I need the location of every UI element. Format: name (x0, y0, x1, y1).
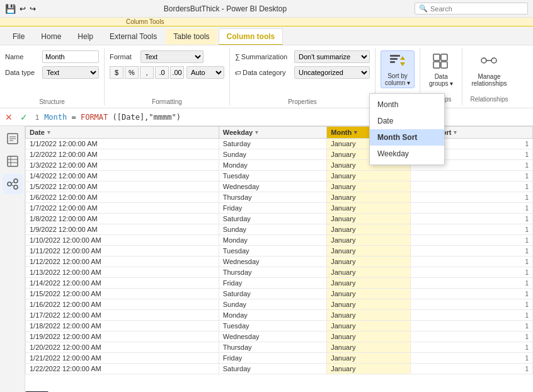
manage-relationships-button[interactable]: Managerelationships (467, 50, 510, 88)
tab-help[interactable]: Help (70, 28, 101, 45)
formula-expression: Month = FORMAT ([Date],"mmmm") (44, 113, 181, 122)
formula-args: ([Date],"mmmm") (113, 113, 181, 122)
cell-month-sort: 1 (411, 257, 533, 267)
category-label: 🏷 Data category (235, 69, 292, 76)
sidebar-icon-model[interactable] (3, 174, 23, 194)
cell-month-sort: 1 (411, 203, 533, 214)
month-sort-filter-icon[interactable]: ▾ (454, 129, 457, 135)
col-header-date[interactable]: Date ▾ (26, 127, 219, 139)
cell-month-sort: 1 (411, 364, 533, 374)
cell-date: 1/22/2022 12:00:00 AM (26, 364, 219, 374)
svg-point-21 (14, 179, 18, 183)
weekday-filter-icon[interactable]: ▾ (255, 129, 258, 135)
relationships-label: Relationships (470, 96, 508, 103)
contextual-header: Column Tools (0, 18, 533, 26)
svg-rect-8 (441, 62, 447, 68)
cell-weekday: Tuesday (219, 171, 327, 182)
cell-weekday: Thursday (219, 267, 327, 278)
data-table-area: Date ▾ Weekday ▾ Month ▾ (25, 126, 533, 392)
cell-date: 1/7/2022 12:00:00 AM (26, 203, 219, 214)
dropdown-item-date[interactable]: Date (370, 113, 444, 129)
save-icon[interactable]: 💾 (5, 4, 16, 14)
relationships-icon (480, 52, 498, 73)
cell-month: January (327, 267, 411, 278)
category-select[interactable]: Uncategorized (294, 66, 370, 79)
cell-month: January (327, 246, 411, 257)
tab-table-tools[interactable]: Table tools (166, 28, 217, 45)
table-row: 1/1/2022 12:00:00 AM Saturday January 1 (26, 139, 533, 149)
svg-point-10 (491, 58, 496, 63)
tab-external-tools[interactable]: External Tools (102, 28, 164, 45)
svg-line-23 (11, 182, 14, 184)
manage-relationships-label: Managerelationships (471, 73, 507, 87)
date-filter-icon[interactable]: ▾ (47, 129, 50, 135)
redo-icon[interactable]: ↪ (30, 4, 36, 13)
contextual-label: Column Tools (126, 18, 164, 25)
table-row: 1/15/2022 12:00:00 AM Saturday January 1 (26, 289, 533, 299)
cell-date: 1/13/2022 12:00:00 AM (26, 267, 219, 278)
data-groups-button[interactable]: Datagroups ▾ (425, 50, 457, 88)
sort-icon (389, 52, 406, 72)
format-row-bottom: $ % , .0 .00 Auto (110, 66, 224, 79)
currency-button[interactable]: $ (110, 66, 123, 79)
cell-month-sort: 1 (411, 353, 533, 364)
formula-cancel-button[interactable]: ✕ (3, 112, 15, 122)
name-input[interactable] (42, 50, 99, 63)
auto-select[interactable]: Auto (186, 66, 224, 79)
percent-button[interactable]: % (125, 66, 139, 79)
svg-marker-3 (400, 56, 405, 60)
decimal-decrease-button[interactable]: .0 (155, 66, 169, 79)
cell-weekday: Friday (219, 278, 327, 289)
summarization-select[interactable]: Don't summarize (294, 50, 370, 63)
table-row: 1/19/2022 12:00:00 AM Wednesday January … (26, 331, 533, 342)
cell-date: 1/15/2022 12:00:00 AM (26, 289, 219, 299)
cell-weekday: Friday (219, 353, 327, 364)
cell-weekday: Wednesday (219, 257, 327, 267)
svg-rect-5 (433, 54, 440, 61)
sidebar-icon-data[interactable] (3, 151, 23, 171)
cell-month: January (327, 342, 411, 353)
dropdown-item-month[interactable]: Month (370, 96, 444, 113)
table-row: 1/11/2022 12:00:00 AM Tuesday January 1 (26, 246, 533, 257)
data-groups-icon (432, 52, 450, 73)
formula-confirm-button[interactable]: ✓ (18, 112, 30, 122)
datatype-select[interactable]: Text (42, 66, 99, 79)
dropdown-item-month-sort[interactable]: Month Sort (370, 129, 444, 146)
sigma-icon: ∑ (235, 53, 240, 61)
svg-marker-4 (400, 62, 405, 66)
month-filter-icon[interactable]: ▾ (354, 129, 357, 135)
comma-button[interactable]: , (140, 66, 154, 79)
table-row: 1/8/2022 12:00:00 AM Saturday January 1 (26, 214, 533, 224)
cell-weekday: Saturday (219, 364, 327, 374)
undo-icon[interactable]: ↩ (20, 4, 26, 13)
title-bar: 💾 ↩ ↪ BordersButThick - Power BI Desktop… (0, 0, 533, 18)
decimal-increase-button[interactable]: .00 (170, 66, 184, 79)
tab-column-tools[interactable]: Column tools (219, 28, 284, 45)
sidebar-icon-report[interactable] (3, 129, 23, 149)
cell-month-sort: 1 (411, 246, 533, 257)
table-row: 1/12/2022 12:00:00 AM Wednesday January … (26, 257, 533, 267)
search-box[interactable]: 🔍 (415, 3, 528, 14)
cell-month-sort: 1 (411, 321, 533, 331)
tab-home[interactable]: Home (33, 28, 69, 45)
search-input[interactable] (430, 5, 524, 13)
cell-month: January (327, 278, 411, 289)
table-row: 1/18/2022 12:00:00 AM Tuesday January 1 (26, 321, 533, 331)
cell-month-sort: 1 (411, 310, 533, 321)
cell-month: January (327, 171, 411, 182)
format-select[interactable]: Text (140, 50, 203, 63)
dropdown-item-weekday[interactable]: Weekday (370, 146, 444, 162)
table-row: 1/17/2022 12:00:00 AM Monday January 1 (26, 310, 533, 321)
cell-date: 1/16/2022 12:00:00 AM (26, 299, 219, 310)
table-row: 1/21/2022 12:00:00 AM Friday January 1 (26, 353, 533, 364)
format-label: Format (110, 53, 138, 61)
cell-month: January (327, 364, 411, 374)
cell-month: January (327, 321, 411, 331)
datatype-label: Data type (5, 69, 40, 76)
tab-file[interactable]: File (5, 28, 32, 45)
cell-month: January (327, 310, 411, 321)
sort-by-column-button[interactable]: Sort bycolumn ▾ (381, 50, 415, 88)
formatting-group-label: Formatting (110, 97, 224, 105)
col-header-weekday[interactable]: Weekday ▾ (219, 127, 327, 139)
sort-dropdown[interactable]: Month Date Month Sort Weekday (369, 93, 445, 165)
